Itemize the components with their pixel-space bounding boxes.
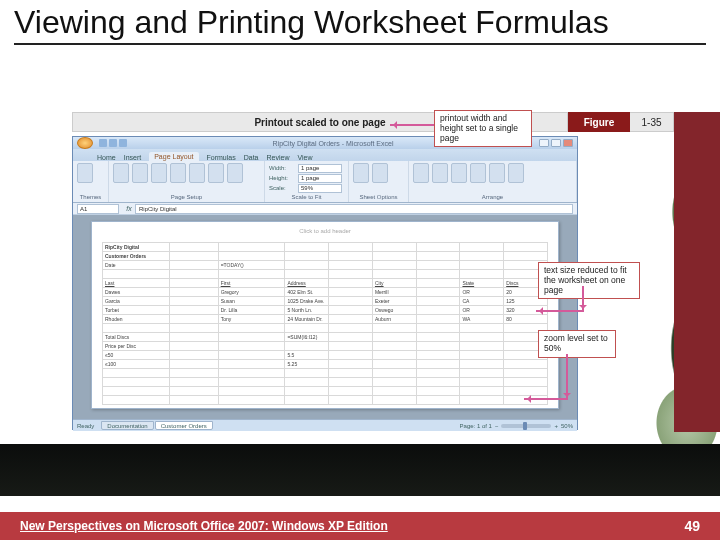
cell[interactable]: [460, 378, 504, 387]
cell[interactable]: Address: [285, 279, 329, 288]
width-value[interactable]: 1 page: [298, 164, 342, 173]
cell[interactable]: Exeter: [372, 297, 416, 306]
orientation-icon[interactable]: [132, 163, 148, 183]
cell[interactable]: [285, 324, 329, 333]
cell[interactable]: [372, 261, 416, 270]
zoom-thumb[interactable]: [523, 422, 527, 430]
cell[interactable]: [218, 270, 285, 279]
cell[interactable]: OR: [460, 306, 504, 315]
cell[interactable]: [218, 351, 285, 360]
tab-view[interactable]: View: [297, 154, 312, 161]
cell[interactable]: [169, 387, 218, 396]
background-icon[interactable]: [208, 163, 224, 183]
cell[interactable]: [169, 369, 218, 378]
cell[interactable]: [169, 360, 218, 369]
cell[interactable]: 1025 Drake Ave.: [285, 297, 329, 306]
cell[interactable]: Date: [103, 261, 170, 270]
cell[interactable]: [416, 333, 460, 342]
cell[interactable]: [460, 270, 504, 279]
cell[interactable]: [329, 261, 373, 270]
scale-value[interactable]: 59%: [298, 184, 342, 193]
cell[interactable]: [504, 360, 548, 369]
margins-icon[interactable]: [113, 163, 129, 183]
cell[interactable]: [372, 324, 416, 333]
cell[interactable]: OR: [460, 288, 504, 297]
cell[interactable]: [285, 261, 329, 270]
cell[interactable]: [169, 279, 218, 288]
cell[interactable]: Rhoden: [103, 315, 170, 324]
cell[interactable]: =SUM(I6:I12): [285, 333, 329, 342]
cell[interactable]: Oswego: [372, 306, 416, 315]
zoom-percent[interactable]: 50%: [561, 423, 573, 429]
cell[interactable]: [416, 360, 460, 369]
cell[interactable]: [169, 333, 218, 342]
cell[interactable]: WA: [460, 315, 504, 324]
cell[interactable]: [372, 369, 416, 378]
cell[interactable]: [103, 270, 170, 279]
cell[interactable]: [504, 378, 548, 387]
cell[interactable]: [460, 324, 504, 333]
cell[interactable]: [103, 369, 170, 378]
cell[interactable]: 402 Elm St.: [285, 288, 329, 297]
cell[interactable]: [416, 378, 460, 387]
cell[interactable]: [416, 387, 460, 396]
cell[interactable]: [329, 396, 373, 405]
formula-bar[interactable]: RipCity Digital: [135, 204, 573, 214]
cell[interactable]: [169, 378, 218, 387]
tab-formulas[interactable]: Formulas: [207, 154, 236, 161]
cell[interactable]: [285, 369, 329, 378]
cell[interactable]: [372, 333, 416, 342]
cell[interactable]: [329, 387, 373, 396]
cell[interactable]: Price per Disc: [103, 342, 170, 351]
print-titles-icon[interactable]: [227, 163, 243, 183]
cell[interactable]: [416, 261, 460, 270]
cell[interactable]: [460, 342, 504, 351]
cell[interactable]: [416, 369, 460, 378]
cell[interactable]: [218, 378, 285, 387]
cell[interactable]: [372, 342, 416, 351]
cell[interactable]: Customer Orders: [103, 252, 170, 261]
cell[interactable]: [285, 270, 329, 279]
send-back-icon[interactable]: [432, 163, 448, 183]
cell[interactable]: [329, 360, 373, 369]
cell[interactable]: [169, 297, 218, 306]
gridlines-icon[interactable]: [353, 163, 369, 183]
cell[interactable]: City: [372, 279, 416, 288]
cell[interactable]: [460, 333, 504, 342]
cell[interactable]: [329, 279, 373, 288]
breaks-icon[interactable]: [189, 163, 205, 183]
cell[interactable]: [460, 369, 504, 378]
cell[interactable]: [416, 297, 460, 306]
cell[interactable]: [103, 378, 170, 387]
sheet-tab-documentation[interactable]: Documentation: [101, 421, 153, 430]
cell[interactable]: [218, 369, 285, 378]
themes-icon[interactable]: [77, 163, 93, 183]
cell[interactable]: [103, 396, 170, 405]
tab-data[interactable]: Data: [244, 154, 259, 161]
cell[interactable]: ≤50: [103, 351, 170, 360]
cell[interactable]: [329, 288, 373, 297]
cell[interactable]: Auburn: [372, 315, 416, 324]
cell[interactable]: 5 North Ln.: [285, 306, 329, 315]
sheet-tab-customer-orders[interactable]: Customer Orders: [155, 421, 213, 430]
cell[interactable]: 5.5: [285, 351, 329, 360]
cell[interactable]: Dr. Lilla: [218, 306, 285, 315]
cell[interactable]: [416, 279, 460, 288]
zoom-in-icon[interactable]: +: [554, 423, 558, 429]
print-area-icon[interactable]: [170, 163, 186, 183]
cell[interactable]: [372, 387, 416, 396]
worksheet-grid[interactable]: RipCity Digital Customer Orders Date=TOD…: [102, 242, 548, 398]
cell[interactable]: First: [218, 279, 285, 288]
cell[interactable]: Gregory: [218, 288, 285, 297]
cell[interactable]: [416, 342, 460, 351]
cell[interactable]: Torbet: [103, 306, 170, 315]
name-box[interactable]: A1: [77, 204, 119, 214]
cell[interactable]: [329, 324, 373, 333]
undo-icon[interactable]: [109, 139, 117, 147]
cell[interactable]: [329, 342, 373, 351]
zoom-out-icon[interactable]: −: [495, 423, 499, 429]
cell[interactable]: [372, 360, 416, 369]
cell[interactable]: [329, 315, 373, 324]
align-icon[interactable]: [470, 163, 486, 183]
bring-front-icon[interactable]: [413, 163, 429, 183]
